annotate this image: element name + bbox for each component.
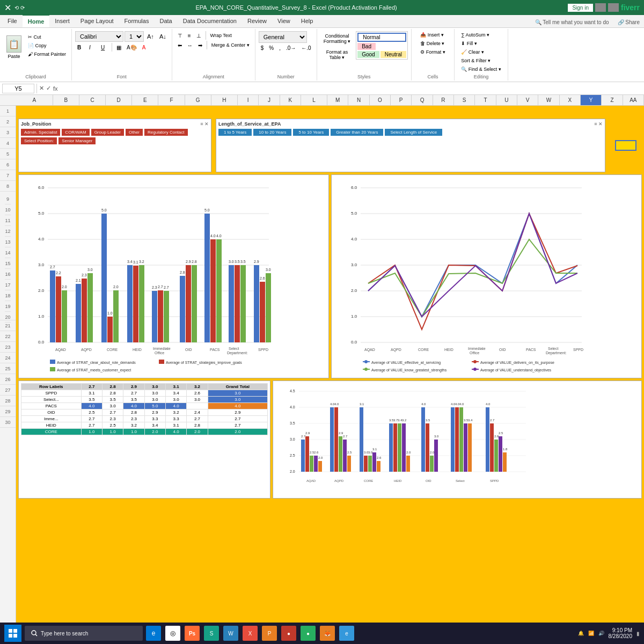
format-cells-btn[interactable]: ⚙ Format ▾ bbox=[418, 48, 448, 56]
function-icon[interactable]: fx bbox=[53, 85, 58, 92]
col-z[interactable]: Z bbox=[602, 95, 623, 105]
taskbar-firefox-icon[interactable]: 🦊 bbox=[320, 626, 335, 641]
cancel-icon[interactable]: ✕ bbox=[39, 85, 44, 92]
align-right-btn[interactable]: ➡ bbox=[196, 41, 204, 49]
fill-color-button[interactable]: A🎨 bbox=[125, 43, 139, 52]
taskbar-misc-icon[interactable]: S bbox=[204, 626, 219, 641]
col-p[interactable]: P bbox=[391, 95, 412, 105]
row-25[interactable]: 25 bbox=[0, 363, 16, 374]
bold-button[interactable]: B bbox=[75, 43, 86, 52]
increase-font-btn[interactable]: A↑ bbox=[145, 32, 156, 41]
tab-data-documentation[interactable]: Data Documentation bbox=[178, 14, 242, 27]
col-m[interactable]: M bbox=[327, 95, 348, 105]
row-29[interactable]: 29 bbox=[0, 406, 16, 417]
tab-page-layout[interactable]: Page Layout bbox=[75, 14, 119, 27]
delete-cells-btn[interactable]: 🗑 Delete ▾ bbox=[418, 40, 448, 47]
filter-5-10-years[interactable]: 5 to 10 Years bbox=[293, 129, 329, 136]
row-6[interactable]: 6 bbox=[0, 159, 16, 170]
style-bad[interactable]: Bad bbox=[357, 43, 376, 50]
taskbar-ie-icon[interactable]: e bbox=[146, 626, 161, 641]
col-u[interactable]: U bbox=[496, 95, 517, 105]
align-middle-btn[interactable]: ≡ bbox=[186, 32, 193, 40]
col-q[interactable]: Q bbox=[412, 95, 433, 105]
fill-btn[interactable]: ⬇ Fill ▾ bbox=[459, 40, 503, 47]
border-button[interactable]: ▦ bbox=[114, 43, 123, 52]
style-neutral[interactable]: Neutral bbox=[380, 51, 406, 58]
signin-button[interactable]: Sign in bbox=[568, 4, 593, 12]
row-1[interactable]: 1 bbox=[0, 106, 16, 116]
font-color-button[interactable]: A bbox=[140, 43, 148, 52]
taskbar-chrome-icon[interactable]: ● bbox=[301, 626, 316, 641]
row-23[interactable]: 23 bbox=[0, 342, 16, 353]
percent-btn[interactable]: % bbox=[267, 44, 276, 52]
row-22[interactable]: 22 bbox=[0, 331, 16, 342]
selected-cell-y5[interactable] bbox=[610, 119, 642, 172]
col-d[interactable]: D bbox=[106, 95, 132, 105]
tab-help[interactable]: Help bbox=[296, 14, 319, 27]
col-a[interactable]: A bbox=[16, 95, 53, 105]
show-desktop-btn[interactable]: ▮ bbox=[636, 631, 640, 636]
tab-view[interactable]: View bbox=[272, 14, 296, 27]
col-b[interactable]: B bbox=[53, 95, 79, 105]
row-28[interactable]: 28 bbox=[0, 396, 16, 406]
taskbar-network[interactable]: 📶 bbox=[588, 631, 594, 636]
row-5[interactable]: 5 bbox=[0, 149, 16, 159]
filter-select-length[interactable]: Select Length of Service bbox=[385, 129, 442, 136]
row-26[interactable]: 26 bbox=[0, 374, 16, 385]
row-3[interactable]: 3 bbox=[0, 127, 16, 138]
formula-input[interactable] bbox=[60, 85, 642, 92]
tab-insert[interactable]: Insert bbox=[49, 14, 75, 27]
row-24[interactable]: 24 bbox=[0, 353, 16, 363]
filter-senior-manager[interactable]: Senior Manager bbox=[58, 137, 96, 144]
service-length-controls[interactable]: ≡ ✕ bbox=[594, 121, 603, 127]
col-i[interactable]: I bbox=[238, 95, 259, 105]
row-8[interactable]: 8 bbox=[0, 181, 16, 192]
taskbar-photoshop-icon[interactable]: Ps bbox=[185, 626, 200, 641]
paste-button[interactable]: 📋 Paste bbox=[3, 32, 25, 62]
number-format-select[interactable]: General bbox=[259, 31, 307, 43]
style-good[interactable]: Good bbox=[357, 51, 379, 58]
row-7[interactable]: 7 bbox=[0, 170, 16, 181]
italic-button[interactable]: I bbox=[87, 43, 98, 52]
clear-btn[interactable]: 🧹 Clear ▾ bbox=[459, 48, 503, 56]
style-normal[interactable]: Normal bbox=[357, 33, 406, 42]
taskbar-powerpoint-icon[interactable]: P bbox=[262, 626, 277, 641]
start-button[interactable] bbox=[4, 625, 21, 642]
wrap-text-btn[interactable]: Wrap Text bbox=[208, 32, 234, 39]
col-s[interactable]: S bbox=[454, 95, 475, 105]
cell-reference-input[interactable] bbox=[2, 84, 34, 93]
job-position-controls[interactable]: ≡ ✕ bbox=[200, 121, 209, 127]
taskbar-search-box[interactable]: Type here to search bbox=[25, 626, 143, 641]
copy-button[interactable]: 📄 Copy bbox=[26, 42, 68, 49]
taskbar-excel-icon[interactable]: X bbox=[243, 626, 258, 641]
taskbar-word-icon[interactable]: W bbox=[223, 626, 238, 641]
align-left-btn[interactable]: ⬅ bbox=[175, 41, 184, 49]
align-center-btn[interactable]: ↔ bbox=[185, 41, 195, 49]
col-e[interactable]: E bbox=[132, 95, 158, 105]
col-k[interactable]: K bbox=[280, 95, 301, 105]
decrease-decimal-btn[interactable]: ←.0 bbox=[299, 44, 313, 52]
format-as-table-btn[interactable]: Format asTable ▾ bbox=[320, 47, 354, 62]
col-r[interactable]: R bbox=[433, 95, 454, 105]
taskbar-volume[interactable]: 🔊 bbox=[598, 631, 604, 636]
align-bottom-btn[interactable]: ⊥ bbox=[194, 32, 203, 40]
col-w[interactable]: W bbox=[538, 95, 559, 105]
conditional-formatting-btn[interactable]: ConditionalFormatting ▾ bbox=[320, 31, 354, 46]
row-2[interactable]: 2 bbox=[0, 116, 16, 127]
taskbar-cortana-icon[interactable]: ◎ bbox=[165, 626, 180, 641]
taskbar-icon-red[interactable]: ● bbox=[281, 626, 296, 641]
tab-data[interactable]: Data bbox=[154, 14, 177, 27]
col-c[interactable]: C bbox=[79, 95, 106, 105]
row-21[interactable]: 21 bbox=[0, 320, 16, 331]
underline-button[interactable]: U bbox=[99, 43, 109, 52]
filter-10-20-years[interactable]: 10 to 20 Years bbox=[253, 129, 291, 136]
tab-file[interactable]: File bbox=[2, 14, 23, 27]
col-y[interactable]: Y bbox=[581, 95, 602, 105]
col-v[interactable]: V bbox=[517, 95, 538, 105]
filter-other[interactable]: Other bbox=[126, 129, 143, 136]
autosum-btn[interactable]: ∑ AutoSum ▾ bbox=[459, 31, 503, 39]
row-27[interactable]: 27 bbox=[0, 385, 16, 396]
col-t[interactable]: T bbox=[475, 95, 496, 105]
col-aa[interactable]: AA bbox=[623, 95, 644, 105]
filter-admin-specialist[interactable]: Admin. Specialist bbox=[21, 129, 60, 136]
